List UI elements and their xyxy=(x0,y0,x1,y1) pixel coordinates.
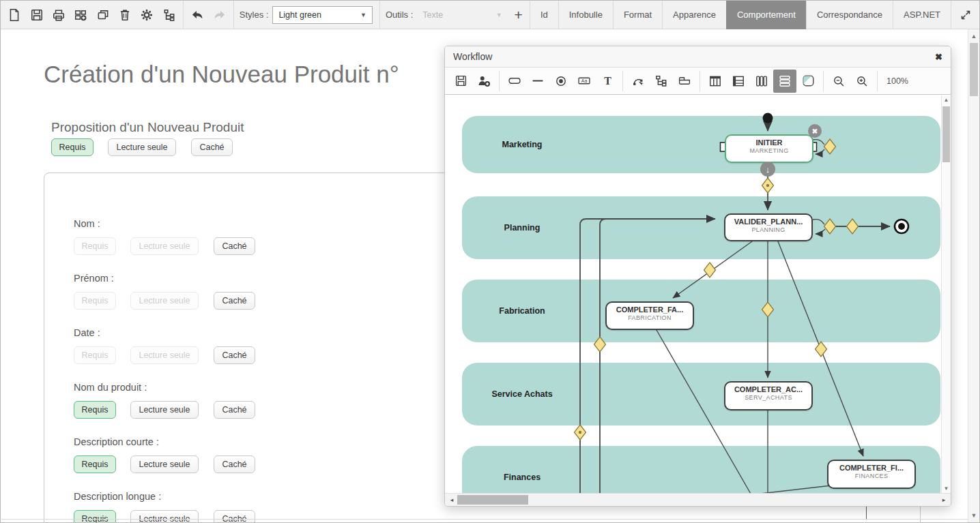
workflow-vertical-scrollbar[interactable]: ▲ ▼ xyxy=(941,95,951,494)
condition-diamonds xyxy=(575,139,859,440)
node-title: COMPLETER_FA... xyxy=(607,305,693,314)
tab-aspnet[interactable]: ASP.NET xyxy=(893,1,951,29)
lecture-seule-button[interactable]: Lecture seule xyxy=(130,237,199,255)
section-requis-button[interactable]: Requis xyxy=(51,138,93,156)
toolbar-separator xyxy=(622,71,623,91)
redo-icon[interactable] xyxy=(208,3,230,27)
styles-select[interactable]: Light green ▼ xyxy=(272,6,373,24)
cache-button[interactable]: Caché xyxy=(214,346,255,364)
text-icon[interactable]: T xyxy=(596,70,619,93)
lecture-seule-button[interactable]: Lecture seule xyxy=(130,346,199,364)
zoom-in-icon[interactable] xyxy=(850,70,874,93)
scroll-up-icon[interactable]: ▲ xyxy=(968,31,979,42)
node-completer-ac[interactable]: COMPLETER_AC... SERV_ACHATS xyxy=(724,381,813,410)
outils-select-value: Texte xyxy=(422,10,443,20)
requis-button[interactable]: Requis xyxy=(74,510,116,523)
save-icon[interactable] xyxy=(449,70,472,93)
property-tabs: Id Infobulle Format Apparence Comporteme… xyxy=(530,1,979,29)
style-swatch-icon[interactable] xyxy=(796,70,820,93)
undo-icon[interactable] xyxy=(186,3,208,27)
workflow-diagram[interactable]: Marketing Planning Fabrication Service A… xyxy=(445,95,951,494)
horizontal-scroll-thumb[interactable] xyxy=(457,495,528,505)
cache-button[interactable]: Caché xyxy=(214,292,255,310)
toolbar-separator xyxy=(700,71,700,91)
workflow-tree-icon[interactable] xyxy=(158,3,180,27)
node-completer-fa[interactable]: COMPLETER_FA... FABRICATION xyxy=(605,301,694,330)
tab-comportement[interactable]: Comportement xyxy=(726,1,806,29)
field-label: Description courte : xyxy=(74,436,255,447)
page-bottom-divider xyxy=(1,519,968,520)
tab-apparence[interactable]: Apparence xyxy=(662,1,726,29)
save-icon[interactable] xyxy=(25,3,47,27)
toolbar-separator xyxy=(499,71,500,91)
reshape-icon[interactable] xyxy=(626,70,650,93)
requis-button[interactable]: Requis xyxy=(74,401,116,419)
scroll-down-icon[interactable]: ▼ xyxy=(942,484,951,494)
styles-select-value: Light green xyxy=(278,10,321,20)
section-lecture-seule-button[interactable]: Lecture seule xyxy=(108,138,176,156)
add-actor-icon[interactable] xyxy=(472,70,495,93)
workflow-title: Workflow xyxy=(453,51,492,62)
zoom-out-icon[interactable] xyxy=(827,70,850,93)
cache-button[interactable]: Caché xyxy=(214,401,255,419)
scroll-right-icon[interactable]: ▸ xyxy=(938,494,949,506)
line-icon[interactable] xyxy=(526,70,549,93)
requis-button[interactable]: Requis xyxy=(74,455,116,473)
page-scroll-thumb[interactable] xyxy=(970,43,978,96)
add-form-icon[interactable] xyxy=(70,3,91,27)
scroll-down-icon[interactable]: ▼ xyxy=(968,510,979,521)
tab-infobulle[interactable]: Infobulle xyxy=(558,1,613,29)
scroll-up-icon[interactable]: ▲ xyxy=(942,95,951,105)
node-completer-fi[interactable]: COMPLETER_FI... FINANCES xyxy=(827,460,916,489)
delete-node-icon[interactable]: ✖ xyxy=(808,124,822,138)
requis-button[interactable]: Requis xyxy=(74,346,116,364)
node-initier[interactable]: INITIER MARKETING xyxy=(725,134,813,163)
print-icon[interactable] xyxy=(48,3,70,27)
rows-table-icon[interactable] xyxy=(727,70,750,93)
outils-select[interactable]: Texte ▼ xyxy=(417,6,507,24)
columns-table-icon[interactable] xyxy=(704,70,727,93)
add-step-icon[interactable]: ↓ xyxy=(760,162,775,177)
workflow-horizontal-scrollbar[interactable]: ◂ ▸ xyxy=(445,493,951,506)
horizontal-lanes-icon[interactable] xyxy=(773,70,796,93)
page-scrollbar[interactable]: ▲ ▼ xyxy=(968,29,979,522)
node-subtitle: MARKETING xyxy=(726,147,812,154)
node-subtitle: FINANCES xyxy=(828,473,914,479)
expand-window-icon[interactable] xyxy=(951,1,979,29)
zoom-level: 100% xyxy=(887,76,908,86)
label-icon[interactable]: Aa xyxy=(573,70,596,93)
tab-id[interactable]: Id xyxy=(530,1,558,29)
add-tool-button[interactable]: + xyxy=(508,7,530,23)
tab-format[interactable]: Format xyxy=(613,1,662,29)
settings-icon[interactable] xyxy=(136,3,158,27)
vertical-lanes-icon[interactable] xyxy=(750,70,773,93)
rounded-rectangle-icon[interactable] xyxy=(503,70,526,93)
chevron-down-icon: ▼ xyxy=(360,12,366,18)
outils-label: Outils : xyxy=(386,10,413,20)
node-subtitle: PLANNING xyxy=(725,226,811,233)
vertical-scroll-thumb[interactable] xyxy=(942,106,950,162)
node-valider-plann[interactable]: VALIDER_PLANN... PLANNING xyxy=(724,213,813,241)
lecture-seule-button[interactable]: Lecture seule xyxy=(130,455,199,473)
tab-correspondance[interactable]: Correspondance xyxy=(806,1,893,29)
requis-button[interactable]: Requis xyxy=(74,237,116,255)
new-file-icon[interactable] xyxy=(3,3,25,27)
duplicate-icon[interactable] xyxy=(92,3,114,27)
delete-icon[interactable] xyxy=(114,3,136,27)
lecture-seule-button[interactable]: Lecture seule xyxy=(130,510,199,523)
lecture-seule-button[interactable]: Lecture seule xyxy=(130,401,199,419)
lecture-seule-button[interactable]: Lecture seule xyxy=(130,292,199,310)
org-chart-icon[interactable] xyxy=(650,70,673,93)
workflow-titlebar[interactable]: Workflow ✖ xyxy=(445,46,951,68)
section-cache-button[interactable]: Caché xyxy=(191,138,233,156)
cache-button[interactable]: Caché xyxy=(214,510,255,523)
scroll-left-icon[interactable]: ◂ xyxy=(446,494,457,506)
phase-icon[interactable] xyxy=(673,70,696,93)
cache-button[interactable]: Caché xyxy=(214,237,255,255)
cache-button[interactable]: Caché xyxy=(214,455,255,473)
field-group-date: Date : Requis Lecture seule Caché xyxy=(74,327,255,364)
end-node-icon[interactable] xyxy=(549,70,573,93)
workflow-edges xyxy=(445,95,942,494)
requis-button[interactable]: Requis xyxy=(74,292,116,310)
close-icon[interactable]: ✖ xyxy=(935,52,942,62)
